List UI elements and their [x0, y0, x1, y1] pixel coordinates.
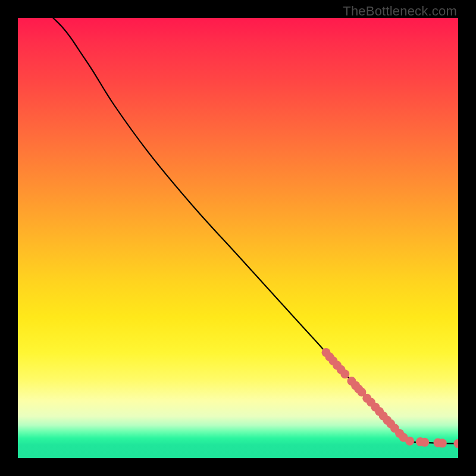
data-point	[420, 438, 429, 447]
data-point	[438, 439, 447, 447]
scatter-group	[322, 348, 459, 448]
chart-overlay	[18, 18, 458, 458]
watermark-text: TheBottleneck.com	[343, 4, 457, 19]
data-point	[340, 369, 349, 378]
curve-line	[53, 18, 458, 444]
chart-frame: TheBottleneck.com	[0, 0, 476, 476]
data-point	[405, 437, 414, 446]
plot-area	[18, 18, 458, 458]
data-point	[454, 439, 459, 448]
